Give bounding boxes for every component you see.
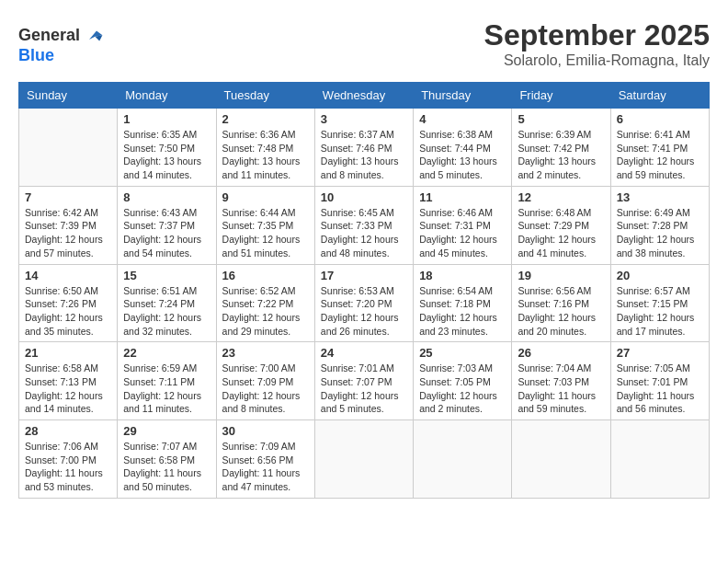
calendar-day-cell: 8Sunrise: 6:43 AMSunset: 7:37 PMDaylight…	[118, 186, 216, 264]
calendar-day-cell: 14Sunrise: 6:50 AMSunset: 7:26 PMDayligh…	[19, 264, 118, 342]
day-number: 3	[321, 112, 407, 126]
page-header: General Blue September 2025 Solarolo, Em…	[18, 18, 710, 75]
calendar-day-cell: 5Sunrise: 6:39 AMSunset: 7:42 PMDaylight…	[512, 109, 610, 187]
day-info: Sunrise: 6:46 AMSunset: 7:31 PMDaylight:…	[419, 206, 506, 260]
day-number: 24	[321, 346, 407, 360]
day-info: Sunrise: 6:48 AMSunset: 7:29 PMDaylight:…	[518, 206, 604, 260]
day-number: 27	[617, 346, 703, 360]
logo-general: General	[18, 27, 80, 45]
calendar-day-cell: 3Sunrise: 6:37 AMSunset: 7:46 PMDaylight…	[314, 109, 413, 187]
day-number: 13	[617, 190, 703, 204]
calendar-day-cell: 17Sunrise: 6:53 AMSunset: 7:20 PMDayligh…	[314, 264, 413, 342]
day-info: Sunrise: 7:06 AMSunset: 7:00 PMDaylight:…	[25, 440, 111, 494]
day-info: Sunrise: 6:35 AMSunset: 7:50 PMDaylight:…	[123, 128, 210, 182]
calendar-week-row: 21Sunrise: 6:58 AMSunset: 7:13 PMDayligh…	[19, 342, 710, 420]
calendar-day-cell: 26Sunrise: 7:04 AMSunset: 7:03 PMDayligh…	[512, 342, 610, 420]
calendar-week-row: 14Sunrise: 6:50 AMSunset: 7:26 PMDayligh…	[19, 264, 710, 342]
day-number: 18	[419, 269, 506, 282]
day-number: 17	[321, 269, 407, 282]
day-number: 7	[25, 190, 111, 204]
calendar-day-cell: 24Sunrise: 7:01 AMSunset: 7:07 PMDayligh…	[314, 342, 413, 420]
calendar-body: 1Sunrise: 6:35 AMSunset: 7:50 PMDaylight…	[19, 109, 710, 499]
day-number: 16	[222, 269, 309, 282]
day-info: Sunrise: 7:04 AMSunset: 7:03 PMDaylight:…	[518, 362, 604, 416]
calendar-day-cell: 27Sunrise: 7:05 AMSunset: 7:01 PMDayligh…	[610, 342, 709, 420]
day-info: Sunrise: 6:51 AMSunset: 7:24 PMDaylight:…	[123, 284, 210, 339]
weekday-header-cell: Tuesday	[216, 83, 314, 109]
day-number: 14	[25, 269, 111, 282]
calendar-day-cell	[19, 109, 118, 187]
day-number: 30	[222, 424, 309, 438]
calendar-day-cell: 15Sunrise: 6:51 AMSunset: 7:24 PMDayligh…	[118, 264, 216, 342]
calendar-table: SundayMondayTuesdayWednesdayThursdayFrid…	[18, 82, 710, 499]
day-number: 8	[123, 190, 210, 204]
location-title: Solarolo, Emilia-Romagna, Italy	[484, 52, 710, 69]
day-number: 15	[123, 269, 210, 282]
day-info: Sunrise: 6:52 AMSunset: 7:22 PMDaylight:…	[222, 284, 309, 339]
calendar-day-cell: 28Sunrise: 7:06 AMSunset: 7:00 PMDayligh…	[19, 420, 118, 499]
day-info: Sunrise: 7:07 AMSunset: 6:58 PMDaylight:…	[123, 440, 210, 494]
weekday-header-cell: Friday	[512, 83, 610, 109]
calendar-week-row: 1Sunrise: 6:35 AMSunset: 7:50 PMDaylight…	[19, 109, 710, 187]
day-number: 23	[222, 346, 309, 360]
calendar-day-cell	[610, 420, 709, 499]
day-info: Sunrise: 6:44 AMSunset: 7:35 PMDaylight:…	[222, 206, 309, 260]
calendar-day-cell: 25Sunrise: 7:03 AMSunset: 7:05 PMDayligh…	[414, 342, 512, 420]
day-info: Sunrise: 6:58 AMSunset: 7:13 PMDaylight:…	[25, 362, 111, 416]
day-number: 6	[617, 112, 703, 126]
day-info: Sunrise: 6:49 AMSunset: 7:28 PMDaylight:…	[617, 206, 703, 260]
day-info: Sunrise: 6:39 AMSunset: 7:42 PMDaylight:…	[518, 128, 604, 182]
day-info: Sunrise: 7:03 AMSunset: 7:05 PMDaylight:…	[419, 362, 506, 416]
calendar-day-cell: 19Sunrise: 6:56 AMSunset: 7:16 PMDayligh…	[512, 264, 610, 342]
day-info: Sunrise: 6:38 AMSunset: 7:44 PMDaylight:…	[419, 128, 506, 182]
day-number: 19	[518, 269, 604, 282]
day-info: Sunrise: 6:37 AMSunset: 7:46 PMDaylight:…	[321, 128, 407, 182]
calendar-week-row: 28Sunrise: 7:06 AMSunset: 7:00 PMDayligh…	[19, 420, 710, 499]
calendar-day-cell: 4Sunrise: 6:38 AMSunset: 7:44 PMDaylight…	[414, 109, 512, 187]
day-info: Sunrise: 7:01 AMSunset: 7:07 PMDaylight:…	[321, 362, 407, 416]
day-number: 5	[518, 112, 604, 126]
calendar-day-cell: 2Sunrise: 6:36 AMSunset: 7:48 PMDaylight…	[216, 109, 314, 187]
calendar-day-cell: 22Sunrise: 6:59 AMSunset: 7:11 PMDayligh…	[118, 342, 216, 420]
day-info: Sunrise: 6:56 AMSunset: 7:16 PMDaylight:…	[518, 284, 604, 339]
calendar-day-cell	[512, 420, 610, 499]
day-number: 22	[123, 346, 210, 360]
calendar-day-cell	[314, 420, 413, 499]
day-number: 28	[25, 424, 111, 438]
day-info: Sunrise: 7:00 AMSunset: 7:09 PMDaylight:…	[222, 362, 309, 416]
day-info: Sunrise: 6:54 AMSunset: 7:18 PMDaylight:…	[419, 284, 506, 339]
day-number: 20	[617, 269, 703, 282]
calendar-day-cell: 11Sunrise: 6:46 AMSunset: 7:31 PMDayligh…	[414, 186, 512, 264]
day-number: 1	[123, 112, 210, 126]
day-info: Sunrise: 6:50 AMSunset: 7:26 PMDaylight:…	[25, 284, 111, 339]
day-number: 11	[419, 190, 506, 204]
calendar-day-cell: 9Sunrise: 6:44 AMSunset: 7:35 PMDaylight…	[216, 186, 314, 264]
day-number: 4	[419, 112, 506, 126]
day-number: 12	[518, 190, 604, 204]
month-title: September 2025	[484, 18, 710, 52]
calendar-day-cell: 30Sunrise: 7:09 AMSunset: 6:56 PMDayligh…	[216, 420, 314, 499]
logo-blue: Blue	[18, 47, 104, 65]
day-number: 29	[123, 424, 210, 438]
weekday-header-cell: Saturday	[610, 83, 709, 109]
day-info: Sunrise: 6:43 AMSunset: 7:37 PMDaylight:…	[123, 206, 210, 260]
day-info: Sunrise: 6:59 AMSunset: 7:11 PMDaylight:…	[123, 362, 210, 416]
calendar-day-cell: 7Sunrise: 6:42 AMSunset: 7:39 PMDaylight…	[19, 186, 118, 264]
logo: General Blue	[18, 25, 104, 65]
calendar-day-cell: 13Sunrise: 6:49 AMSunset: 7:28 PMDayligh…	[610, 186, 709, 264]
title-section: September 2025 Solarolo, Emilia-Romagna,…	[484, 18, 710, 69]
calendar-day-cell: 29Sunrise: 7:07 AMSunset: 6:58 PMDayligh…	[118, 420, 216, 499]
weekday-header-cell: Thursday	[414, 83, 512, 109]
calendar-day-cell: 20Sunrise: 6:57 AMSunset: 7:15 PMDayligh…	[610, 264, 709, 342]
calendar-day-cell: 6Sunrise: 6:41 AMSunset: 7:41 PMDaylight…	[610, 109, 709, 187]
day-info: Sunrise: 6:42 AMSunset: 7:39 PMDaylight:…	[25, 206, 111, 260]
day-info: Sunrise: 6:53 AMSunset: 7:20 PMDaylight:…	[321, 284, 407, 339]
day-info: Sunrise: 6:57 AMSunset: 7:15 PMDaylight:…	[617, 284, 703, 339]
day-info: Sunrise: 7:09 AMSunset: 6:56 PMDaylight:…	[222, 440, 309, 494]
weekday-header-cell: Sunday	[19, 83, 118, 109]
day-info: Sunrise: 6:36 AMSunset: 7:48 PMDaylight:…	[222, 128, 309, 182]
day-info: Sunrise: 7:05 AMSunset: 7:01 PMDaylight:…	[617, 362, 703, 416]
calendar-day-cell	[414, 420, 512, 499]
calendar-day-cell: 1Sunrise: 6:35 AMSunset: 7:50 PMDaylight…	[118, 109, 216, 187]
logo-bird-icon	[82, 25, 104, 47]
